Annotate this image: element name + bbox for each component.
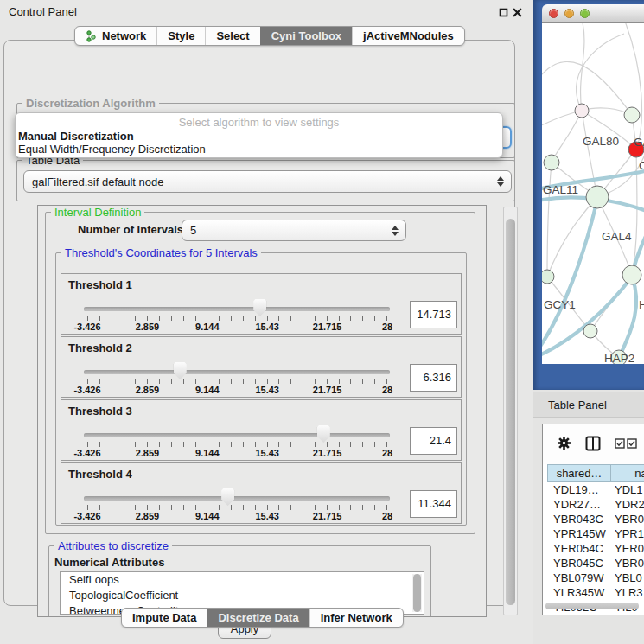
node-table: shared… na YDL19…YDL1YDR27…YDR2YBR043CYB… [542,424,644,615]
number-of-intervals-label: Number of Intervals [78,223,183,236]
table-panel-title: Table Panel [548,399,607,411]
network-edge [624,23,641,150]
interval-definition-group: Interval Definition Number of Intervals … [45,212,475,534]
tab-network[interactable]: Network [75,27,156,45]
cyni-mode-tabs: Impute DataDiscretize DataInfer Network [121,608,404,628]
minimize-traffic-light-icon[interactable] [564,9,574,18]
number-of-intervals-select[interactable]: 5 [182,220,406,241]
threshold-row: Threshold 2-3.4262.8599.14415.4321.71528… [61,336,462,398]
network-window-titlebar[interactable] [542,4,644,23]
tab-jactivemnodules[interactable]: jActiveMNodules [352,27,464,45]
network-edge [582,111,597,197]
slider-scale: -3.4262.8599.14415.4321.71528 [87,379,387,384]
table-row[interactable]: YBL079WYBL0 [547,571,644,585]
slider-thumb[interactable] [253,299,266,316]
slider-scale: -3.4262.8599.14415.4321.71528 [87,505,387,510]
threshold-value-field[interactable]: 21.4 [410,427,457,455]
network-node[interactable] [622,265,641,284]
network-node[interactable] [544,155,559,170]
slider-thumb[interactable] [174,362,187,379]
algorithm-dropdown-popup: Select algorithm to view settings Manual… [15,112,503,158]
table-row[interactable]: YLR345WYLR3 [547,585,644,600]
network-canvas[interactable]: GAL80GACGAL11GAL4GCY1HAHAP2 [542,23,644,364]
network-node[interactable] [586,186,609,208]
network-edge [581,23,584,111]
menu-item-equal-width-frequency[interactable]: Equal Width/Frequency Discretization [18,143,206,156]
network-node-label: GAL11 [543,183,578,196]
split-columns-icon[interactable] [585,436,601,454]
network-icon [86,30,97,42]
network-node-label: HAP2 [604,352,634,364]
threshold-row: Threshold 3-3.4262.8599.14415.4321.71528… [61,399,462,461]
column-header-shared-name[interactable]: shared… [547,464,611,482]
slider-thumb[interactable] [221,488,234,506]
checkbox-icon[interactable] [627,438,637,451]
threshold-label: Threshold 1 [68,278,132,291]
table-row[interactable]: YDL19…YDL1 [547,482,644,497]
network-node-label: HA [639,298,644,311]
column-header-name[interactable]: na [611,464,644,482]
slider-scale: -3.4262.8599.14415.4321.71528 [87,442,387,447]
panel-scrollbar[interactable] [503,207,518,615]
threshold-label: Threshold 2 [68,341,132,354]
table-row[interactable]: YDR27…YDR2 [547,497,644,512]
network-node-label: GCY1 [544,298,576,311]
network-edge [547,163,552,277]
settings-scroll-area: Interval Definition Number of Intervals … [37,205,487,617]
cyni-toolbox-panel: Discretization Algorithm Table Data galF… [3,40,515,606]
table-toolbar [543,424,644,464]
network-node-label: GAL4 [602,230,632,243]
network-node[interactable] [542,270,554,284]
slider-track[interactable] [84,370,390,374]
network-edge [547,197,597,277]
checkbox-icon[interactable] [615,438,625,451]
stepper-icon [392,226,399,236]
slider-track[interactable] [84,307,390,311]
table-row[interactable]: YPR145WYPR1 [547,526,644,541]
tab-infer-network[interactable]: Infer Network [309,609,403,627]
network-node[interactable] [583,324,597,338]
table-row[interactable]: YER054CYER0 [547,541,644,556]
tab-impute-data[interactable]: Impute Data [122,609,207,627]
attribute-list-item[interactable]: SelfLoops [61,572,424,588]
network-node-label: C [639,159,644,172]
slider-track[interactable] [84,433,390,437]
slider-thumb[interactable] [317,425,330,443]
network-node[interactable] [624,107,640,123]
menu-item-manual-discretization[interactable]: Manual Discretization [18,130,134,143]
table-row[interactable]: YBR045CYBR0 [547,556,644,571]
threshold-value-field[interactable]: 6.316 [410,364,457,392]
dropdown-hint: Select algorithm to view settings [16,116,502,129]
tab-discretize-data[interactable]: Discretize Data [207,609,309,627]
threshold-value-field[interactable]: 14.713 [410,301,457,328]
network-node-label: GAL80 [583,135,619,148]
threshold-row: Threshold 4-3.4262.8599.14415.4321.71528… [61,462,462,524]
float-panel-icon[interactable] [498,7,509,18]
tab-cyni-toolbox[interactable]: Cyni Toolbox [260,27,352,45]
discretization-algorithm-title: Discretization Algorithm [22,97,159,110]
table-data-value: galFiltered.sif default node [32,175,163,188]
attributes-group-title: Attributes to discretize [54,539,172,552]
table-row[interactable]: YBR043CYBR0 [547,512,644,526]
tab-style[interactable]: Style [156,27,205,45]
stepper-icon [497,176,504,187]
table-horizontal-scrollbar[interactable] [545,603,644,610]
slider-scale: -3.4262.8599.14415.4321.71528 [87,316,387,321]
close-traffic-light-icon[interactable] [549,9,558,18]
network-node[interactable] [575,104,589,118]
slider-track[interactable] [84,496,390,501]
gear-icon[interactable] [557,436,571,453]
number-of-intervals-value: 5 [190,224,196,237]
panel-title: Control Panel [9,5,77,18]
attribute-list-item[interactable]: TopologicalCoefficient [61,588,424,603]
threshold-value-field[interactable]: 11.344 [410,490,457,518]
close-icon[interactable] [512,7,523,18]
attributes-group: Attributes to discretize Numerical Attri… [48,545,431,617]
table-data-select[interactable]: galFiltered.sif default node [23,170,512,193]
thresholds-group-title: Threshold's Coordinates for 5 Intervals [61,246,261,259]
numerical-attributes-label: Numerical Attributes [54,556,164,569]
tab-select[interactable]: Select [205,27,259,45]
list-scrollbar[interactable] [412,574,422,612]
zoom-traffic-light-icon[interactable] [580,9,590,18]
table-rows: YDL19…YDL1YDR27…YDR2YBR043CYBR0YPR145WYP… [547,482,644,615]
